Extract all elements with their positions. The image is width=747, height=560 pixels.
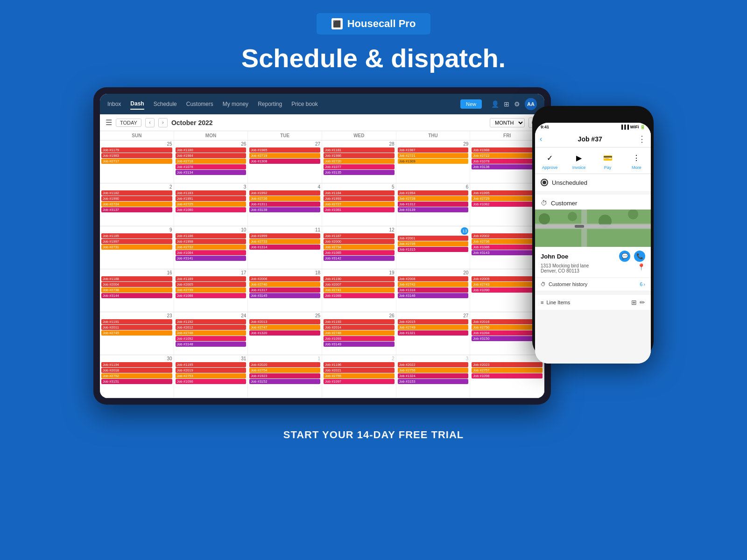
tablet-screen: Inbox Dash Schedule Customers My money R… (100, 94, 544, 398)
cal-cell-nov4[interactable]: 4 Job #1992 Job #2726 Job #1311 Job #313… (248, 183, 322, 226)
cal-cell-dec3[interactable]: 3 Job #2022 Job #2756 Job #1324 Job #315… (396, 355, 471, 398)
calendar-toolbar: ☰ TODAY ‹ › October 2022 MONTH WEEK DAY … (100, 114, 544, 131)
cal-cell-nov6[interactable]: 6 Job #1994 Job #2728 Job #1312 Job #313… (396, 183, 471, 226)
cal-cell-nov23[interactable]: 23 Job #1191 Job #2011 Job #2745 (100, 312, 174, 355)
cal-cell-nov13[interactable]: 13 Job #2001 Job #2735 Job #1315 (396, 226, 471, 269)
svg-rect-8 (535, 224, 651, 228)
invoice-label: Invoice (572, 165, 586, 170)
invoice-button[interactable]: ▶ Invoice (571, 151, 586, 170)
cal-cell-nov25[interactable]: 25 Job #2013 Job #2747 Job #1320 (248, 312, 322, 355)
cal-cell-oct26[interactable]: 26 Job #1180 Job #1984 Job #2718 Job #10… (174, 140, 248, 183)
phone-more-icon[interactable]: ⋮ (638, 134, 646, 144)
pay-button[interactable]: 💳 Pay (600, 151, 615, 170)
next-month-button[interactable]: › (158, 118, 168, 127)
nav-item-reporting[interactable]: Reporting (258, 99, 282, 109)
customer-address-text: 1313 Mocking bird lane Denver, CO 80113 (541, 263, 589, 273)
grid-icon[interactable]: ⊞ (504, 100, 509, 108)
day-header-mon: MON (174, 131, 248, 140)
month-select[interactable]: MONTH WEEK DAY (490, 118, 525, 127)
cal-cell-nov12[interactable]: 12 Job #1187 Job #2000 Job #2734 Job #10… (322, 226, 396, 269)
line-items-actions: ⊞ ✏ (631, 299, 645, 306)
nav-item-schedule[interactable]: Schedule (154, 99, 177, 109)
chat-button[interactable]: 💬 (619, 251, 630, 262)
more-button[interactable]: ⋮ More (629, 151, 644, 170)
phone-content: Unscheduled ⏱ Customer (535, 174, 651, 364)
customer-history-count: 6 › (640, 281, 645, 287)
cal-cell-dec1[interactable]: 1 Job #2020 Job #2754 Job #1923 Job #315… (248, 355, 322, 398)
cal-cell-oct27[interactable]: 27 Job #1985 Job #2719 Job #1308 (248, 140, 322, 183)
day-header-thu: THU (396, 131, 471, 140)
day-header-wed: WED (322, 131, 396, 140)
phone-back-button[interactable]: ‹ (540, 135, 542, 143)
cal-cell-nov26[interactable]: 26 Job #1193 Job #2014 Job #2748 Job #10… (322, 312, 396, 355)
cal-cell-nov30[interactable]: 30 Job #1194 Job #2018 Job #2752 Job #31… (100, 355, 174, 398)
logo-icon: ⬛ (331, 18, 343, 29)
phone-notch (574, 112, 612, 121)
settings-icon[interactable]: ⚙ (514, 100, 520, 108)
cal-cell-nov17[interactable]: 17 Job #1189 Job #2005 Job #2739 Job #10… (174, 269, 248, 312)
phone-screen: 9:41 ▐▐▐ WiFi 🔋 ‹ Job #37 ⋮ ✓ Approve ▶ … (535, 123, 651, 364)
cal-cell-nov10[interactable]: 10 Job #1186 Job #1998 Job #2732 Job #10… (174, 226, 248, 269)
cal-cell-nov11[interactable]: 11 Job #1999 Job #2733 Job #1314 (248, 226, 322, 269)
new-button[interactable]: New (460, 99, 482, 109)
approve-button[interactable]: ✓ Approve (542, 151, 558, 170)
cal-cell-nov5[interactable]: 5 Job #1184 Job #1993 Job #2727 Job #108… (322, 183, 396, 226)
cta-text[interactable]: START YOUR 14-DAY FREE TRIAL (283, 429, 464, 441)
nav-item-pricebook[interactable]: Price book (291, 99, 318, 109)
approve-label: Approve (542, 165, 558, 170)
calendar-title: October 2022 (171, 119, 213, 126)
tablet: Inbox Dash Schedule Customers My money R… (93, 87, 551, 405)
cal-cell-nov20[interactable]: 20 Job #2008 Job #2742 Job #1318 Job #31… (396, 269, 471, 312)
nav-item-dash[interactable]: Dash (130, 98, 144, 110)
location-pin-icon[interactable]: 📍 (637, 263, 645, 271)
unscheduled-radio[interactable] (541, 179, 548, 186)
pay-label: Pay (604, 165, 612, 170)
edit-icon[interactable]: ✏ (640, 299, 645, 306)
customer-history-row[interactable]: ⏱ Customer history 6 › (535, 278, 651, 291)
more-icon: ⋮ (629, 151, 644, 164)
chevron-right-icon: › (643, 281, 645, 287)
cal-cell-oct28[interactable]: 28 Job #1181 Job #1986 Job #2720 Job #10… (322, 140, 396, 183)
cal-cell-nov9[interactable]: 9 Job #1185 Job #1997 Job #2731 (100, 226, 174, 269)
user-avatar[interactable]: AA (525, 98, 537, 110)
cal-cell-nov19[interactable]: 19 Job #1190 Job #2007 Job #2741 Job #10… (322, 269, 396, 312)
cal-cell-nov3[interactable]: 3 Job #1183 Job #1991 Job #2725 Job #108… (174, 183, 248, 226)
cal-cell-nov16[interactable]: 16 Job #1188 Job #2004 Job #2738 Job #31… (100, 269, 174, 312)
phone: 9:41 ▐▐▐ WiFi 🔋 ‹ Job #37 ⋮ ✓ Approve ▶ … (532, 106, 654, 358)
customer-history-icon: ⏱ (541, 199, 547, 207)
cal-cell-nov31[interactable]: 31 Job #1195 Job #2019 Job #2753 Job #10… (174, 355, 248, 398)
cal-cell-dec2[interactable]: 2 Job #1196 Job #2021 Job #2755 Job #109… (322, 355, 396, 398)
phone-connectivity: ▐▐▐ WiFi 🔋 (620, 125, 645, 129)
menu-button[interactable]: ☰ (106, 118, 112, 127)
calendar-week-5: 23 Job #1191 Job #2011 Job #2745 24 Job … (100, 312, 544, 355)
nav-item-customers[interactable]: Customers (186, 99, 213, 109)
phone-time: 9:41 (541, 125, 549, 129)
cal-cell-nov24[interactable]: 24 Job #1192 Job #2012 Job #2746 Job #10… (174, 312, 248, 355)
calendar-body: 25 Job #1179 Job #1983 Job #2717 26 Job … (100, 140, 544, 398)
calendar-week-3: 9 Job #1185 Job #1997 Job #2731 10 Job #… (100, 226, 544, 269)
cal-cell-dec4[interactable]: 4 Job #2023 Job #2757 Job #1098 (470, 355, 544, 398)
cal-cell-nov27[interactable]: 27 Job #2015 Job #2749 Job #1321 (396, 312, 471, 355)
calendar-week-1: 25 Job #1179 Job #1983 Job #2717 26 Job … (100, 140, 544, 183)
today-button[interactable]: TODAY (116, 119, 141, 127)
person-icon[interactable]: 👤 (491, 100, 499, 108)
cal-cell-oct29[interactable]: 29 Job #1987 Job #2721 Job #1309 (396, 140, 471, 183)
customer-section: ⏱ Customer (535, 195, 651, 291)
history-icon: ⏱ (541, 281, 546, 287)
unscheduled-section: Unscheduled (535, 174, 651, 191)
calendar-week-6: 30 Job #1194 Job #2018 Job #2752 Job #31… (100, 355, 544, 398)
more-label: More (632, 165, 641, 170)
cal-cell-oct25[interactable]: 25 Job #1179 Job #1983 Job #2717 (100, 140, 174, 183)
day-header-tue: TUE (248, 131, 322, 140)
nav-item-mymoney[interactable]: My money (223, 99, 248, 109)
unscheduled-row: Unscheduled (541, 179, 645, 186)
customer-history-label: ⏱ Customer history (541, 281, 587, 287)
cal-cell-nov18[interactable]: 18 Job #2006 Job #2740 Job #1317 Job #31… (248, 269, 322, 312)
call-button[interactable]: 📞 (634, 251, 645, 262)
expand-icon[interactable]: ⊞ (631, 299, 637, 306)
prev-month-button[interactable]: ‹ (145, 118, 155, 127)
cal-cell-nov2[interactable]: 2 Job #1182 Job #1990 Job #2724 Job #313… (100, 183, 174, 226)
nav-item-inbox[interactable]: Inbox (107, 99, 121, 109)
pay-icon: 💳 (600, 151, 615, 164)
tablet-nav: Inbox Dash Schedule Customers My money R… (100, 94, 544, 114)
